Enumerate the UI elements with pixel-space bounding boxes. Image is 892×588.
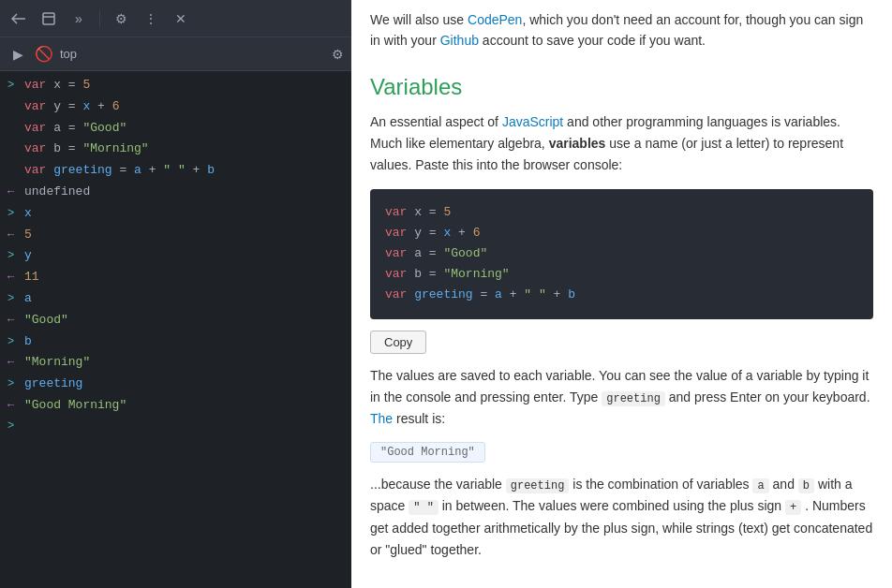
section-intro-text: An essential aspect of JavaScript and ot… — [370, 111, 873, 176]
code-snippet: var x = 5 var y = x + 6 var a = "Good" v… — [370, 189, 873, 318]
console-panel: » ⚙ ⋮ ✕ ▶ 🚫 top ⚙ > var x = 5 var — [0, 0, 351, 588]
console-nav: ▶ 🚫 top ⚙ — [0, 37, 351, 71]
input-prefix — [7, 161, 24, 162]
space-inline: " " — [409, 500, 439, 515]
output-prefix: ← — [7, 183, 24, 201]
codepen-link[interactable]: CodePen — [468, 12, 522, 27]
github-link[interactable]: Github — [440, 33, 479, 48]
output-prefix: ← — [7, 268, 24, 287]
list-item: > x — [0, 203, 351, 225]
output-prefix: ← — [7, 396, 24, 415]
list-item: var b = "Morning" — [0, 139, 351, 160]
console-settings-icon[interactable]: ⚙ — [332, 47, 344, 62]
list-item: > y — [0, 245, 351, 267]
input-prefix: > — [7, 76, 24, 95]
js-link[interactable]: JavaScript — [502, 114, 563, 129]
code-line-3: var a = "Good" — [385, 243, 858, 264]
code-line-5: var greeting = a + " " + b — [385, 285, 858, 305]
output-prefix: ← — [7, 311, 24, 330]
code-line-4: var b = "Morning" — [385, 264, 858, 285]
result-text: The values are saved to each variable. Y… — [370, 365, 873, 431]
explanation-text: ...because the variable greeting is the … — [370, 474, 873, 562]
list-item: > greeting — [0, 374, 351, 395]
list-item: ← "Good Morning" — [0, 395, 351, 417]
plus-inline: + — [785, 500, 801, 515]
result-link[interactable]: The — [370, 411, 393, 426]
list-item: ← 11 — [0, 267, 351, 288]
svg-rect-0 — [43, 13, 54, 24]
input-prefix: > — [7, 289, 24, 308]
input-prefix — [7, 140, 24, 140]
a-inline: a — [752, 478, 768, 493]
console-body: > var x = 5 var y = x + 6 — [0, 71, 351, 588]
settings-icon[interactable]: ⚙ — [108, 6, 134, 32]
list-item: var a = "Good" — [0, 118, 351, 140]
input-prefix: > — [7, 332, 24, 351]
b-inline: b — [798, 478, 814, 493]
section-title: Variables — [370, 74, 873, 100]
code-line-2: var y = x + 6 — [385, 223, 858, 243]
nav-block-icon[interactable]: 🚫 — [34, 44, 54, 65]
output-prefix: ← — [7, 353, 24, 372]
input-prefix — [7, 97, 24, 98]
console-context: top — [60, 47, 326, 61]
input-prefix — [7, 119, 24, 120]
result-value: "Good Morning" — [370, 442, 485, 463]
greeting-code: greeting — [602, 391, 665, 406]
code-line-1: var x = 5 — [385, 202, 858, 223]
output-prefix: ← — [7, 226, 24, 244]
input-prefix: > — [7, 204, 24, 223]
console-toolbar: » ⚙ ⋮ ✕ — [0, 0, 351, 37]
article-intro: We will also use CodePen, which you don'… — [370, 0, 873, 65]
list-item: var y = x + 6 — [0, 96, 351, 118]
list-item: > a — [0, 288, 351, 310]
keyword-var: var — [24, 78, 46, 92]
close-icon[interactable]: ✕ — [168, 6, 194, 32]
input-prefix: > — [7, 419, 24, 433]
list-item: ← 5 — [0, 225, 351, 246]
list-item: ← undefined — [0, 182, 351, 203]
greeting-inline: greeting — [506, 478, 570, 493]
inspect-icon[interactable] — [36, 6, 62, 32]
list-item: var greeting = a + " " + b — [0, 160, 351, 182]
toolbar-divider — [99, 9, 100, 28]
back-icon[interactable] — [6, 6, 32, 32]
list-item: ← "Morning" — [0, 352, 351, 374]
list-item: > var x = 5 — [0, 75, 351, 96]
more-tools-icon[interactable]: » — [66, 6, 92, 32]
input-prefix: > — [7, 375, 24, 393]
copy-button[interactable]: Copy — [370, 331, 426, 354]
list-item: > b — [0, 331, 351, 353]
input-prefix: > — [7, 246, 24, 265]
article-panel: We will also use CodePen, which you don'… — [351, 0, 892, 588]
list-item: ← "Good" — [0, 310, 351, 331]
more-options-icon[interactable]: ⋮ — [138, 6, 164, 32]
nav-forward-icon[interactable]: ▶ — [7, 44, 28, 65]
console-input-area[interactable]: > — [0, 417, 351, 434]
